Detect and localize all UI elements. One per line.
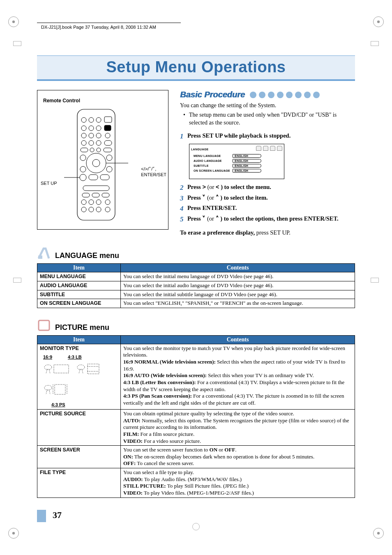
opt-label: 16:9 NORMAL (Wide television screen): [123,359,216,365]
osd-value: ENGLISH [233,154,261,158]
table-row: SUBTITLEYou can select the initial subti… [37,290,355,299]
remote-label-setup: SET UP [41,181,57,186]
item-cell: FILE TYPE [37,468,121,498]
svg-rect-49 [88,364,99,374]
crop-mark-icon [373,16,384,27]
picture-menu-icon [37,319,51,332]
page: DX-J21[J].book Page 37 Tuesday, April 8,… [0,0,392,555]
item-cell: SCREEN SAVER [37,446,121,468]
lead-end: . [235,447,236,453]
svg-point-1 [81,117,86,122]
osd-value: ENGLISH [233,169,261,173]
svg-point-3 [96,117,101,122]
decorative-dots-icon [250,92,320,98]
svg-rect-4 [104,117,112,122]
svg-point-22 [92,159,100,167]
opt-text: To play Still Picture files. (JPEG file.… [166,483,249,489]
picture-menu-table: Item Contents MONITOR TYPE 16:9 4:3 LB [37,335,355,498]
col-item: Item [37,335,121,344]
opt-text: To play Audio files. (MP3/WMA/WAV files.… [143,476,242,482]
page-number: 37 [53,510,62,520]
svg-point-41 [105,207,110,212]
opt-label: 4:3 PS (Pan Scan conversion): [123,393,192,399]
intro-text: You can change the setting of the System… [180,102,276,108]
step-2: 2 Press > (or < ) to select the menu. [180,183,355,193]
svg-point-39 [89,207,94,212]
svg-point-25 [80,174,86,181]
contents-cell: You can select the initial menu language… [121,272,355,281]
item-cell: SUBTITLE [37,290,121,299]
table-row: AUDIO LANGUAGEYou can select the initial… [37,281,355,290]
picture-menu-heading: PICTURE menu [55,323,109,332]
osd-value: ENGLISH [233,164,261,168]
opt-text: For a video source picture. [143,438,201,444]
col-contents: Contents [121,335,355,344]
item-cell: PICTURE SOURCE [37,410,121,446]
crop-side-mark-icon [371,278,379,283]
svg-point-46 [44,365,52,370]
contents-cell: You can obtain optimal picture quality b… [121,410,355,446]
opt-text: For a film source picture. [139,431,194,437]
step-mid: (or [205,215,215,222]
item-cell: MENU LANGUAGE [37,272,121,281]
erase-note-bold: To erase a preference display, [180,229,255,236]
remote-icon [63,108,129,223]
osd-body: MENU LANGUAGEENGLISH AUDIO LANGUAGEENGLI… [189,151,284,179]
crop-center-mark-icon [192,523,200,530]
svg-rect-31 [82,193,90,197]
opt-label: OFF: [123,460,136,466]
svg-point-18 [90,148,94,152]
osd-row: MENU LANGUAGEENGLISH [194,154,281,158]
svg-rect-26 [89,175,98,180]
osd-tab-language: LANGUAGE [191,148,208,151]
opt-label: 4:3 LB (Letter Box conversion): [123,379,196,385]
svg-point-35 [89,200,94,205]
item-title: MONITOR TYPE [40,345,79,351]
monitor-sub-169: 16:9 [43,354,52,360]
right-column: Basic Procedure You can change the setti… [180,90,355,236]
svg-point-52 [44,385,52,390]
arrow-up-icon: ˄ [216,215,219,222]
svg-point-10 [89,133,94,138]
table-header-row: Item Contents [37,264,355,272]
opt-label: AUTO: [123,417,141,424]
table-row: MENU LANGUAGEYou can select the initial … [37,272,355,281]
opt-text: To cancel the screen saver. [136,460,194,466]
step-number: 1 [180,132,187,141]
crop-mark-icon [8,528,19,539]
page-title: Setup Menu Operations [37,58,355,76]
monitor-subs: 16:9 4:3 LB [40,353,118,361]
opt-label: VIDEO: [123,438,143,444]
intro-bullet: The setup menu can be used only when "DV… [186,111,355,127]
page-title-block: Setup Menu Operations [37,55,355,81]
contents-cell: You can select a file type to play. AUDI… [121,468,355,498]
svg-rect-45 [39,320,49,330]
svg-point-19 [97,148,101,152]
osd-tab-icons [256,146,282,151]
opt-text: To play Video files. (MPEG-1/MPEG-2/ASF … [143,490,254,496]
osd-value: ENGLISH [233,159,261,163]
step-text: Press ENTER/SET. [187,205,237,211]
step-text: Press SET UP while playback is stopped. [187,132,291,139]
remote-control-illustration [63,108,129,224]
svg-point-24 [106,155,112,161]
svg-point-2 [89,117,94,122]
opt-text: The on-screen display becomes dark when … [133,454,314,460]
osd-item: AUDIO LANGUAGE [194,159,233,162]
col-contents: Contents [121,264,355,272]
lead-b2: OFF [224,447,235,453]
svg-point-23 [80,155,86,161]
basic-procedure-heading-row: Basic Procedure [180,90,355,99]
monitor-sub-43ps: 4:3 PS [51,402,65,408]
contents-cell: You can select the initial audio languag… [121,281,355,290]
step-number: 3 [180,194,187,203]
step-mid: (or [206,184,216,190]
opt-label: ON: [123,454,133,460]
col-item: Item [37,264,121,272]
table-row: MONITOR TYPE 16:9 4:3 LB [37,344,355,409]
lead-mid: or [217,447,224,453]
lead1: You can set the screen saver function to [123,447,210,453]
step-number: 2 [180,183,187,193]
osd-language-panel: LANGUAGE MENU LANGUAGEENGLISH AUDIO LANG… [189,144,284,179]
svg-point-11 [96,133,101,138]
